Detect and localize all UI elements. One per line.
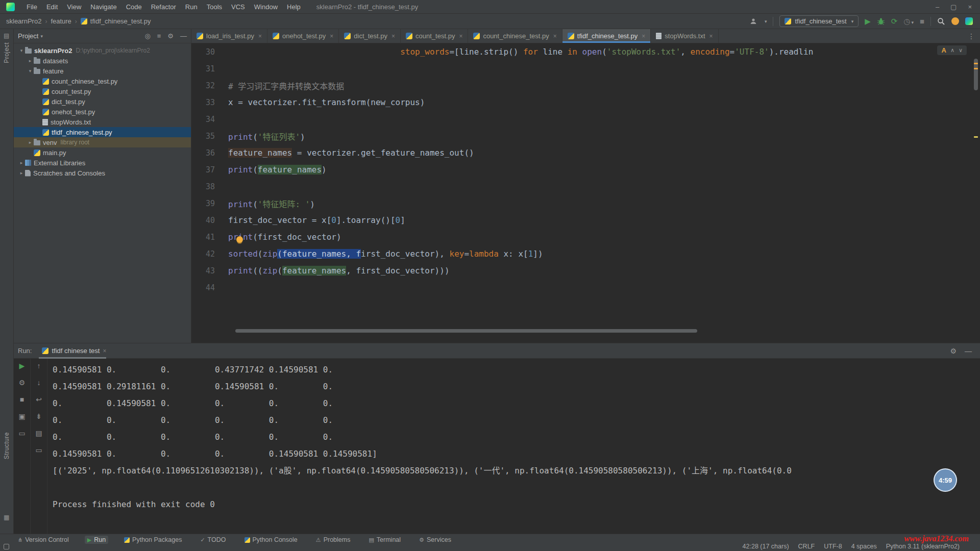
chevron-icon[interactable]: ▸ [18, 160, 25, 165]
caret-position[interactable]: 42:28 (17 chars) [743, 543, 789, 550]
menu-edit[interactable]: Edit [42, 3, 62, 11]
tree-item-tfidf-chinese-test-py[interactable]: tfidf_chinese_test.py [14, 127, 191, 137]
settings-gear-icon[interactable]: ⚙ [167, 32, 174, 40]
tree-item-stopwords-txt[interactable]: stopWords.txt [14, 117, 191, 127]
editor-tab-dict-test-py[interactable]: dict_test.py× [339, 29, 401, 43]
project-panel-title[interactable]: Project [18, 32, 38, 40]
run-tab[interactable]: tfidf chinese test × [37, 343, 111, 359]
profiler-button[interactable]: ◷▾ [903, 17, 914, 25]
close-icon[interactable]: × [553, 33, 557, 40]
tool-window-button-python-packages[interactable]: Python Packages [121, 536, 184, 544]
tool-window-button-services[interactable]: ⚙Services [416, 536, 454, 544]
minimize-button[interactable]: – [936, 3, 939, 11]
editor-tab-onehot-test-py[interactable]: onehot_test.py× [267, 29, 339, 43]
warning-mark[interactable] [974, 136, 978, 138]
menu-refactor[interactable]: Refactor [146, 3, 181, 11]
tree-item-count-chinese-test-py[interactable]: count_chinese_test.py [14, 76, 191, 86]
settings-wrench-icon[interactable]: ⚙ [19, 379, 26, 389]
menu-vcs[interactable]: VCS [227, 3, 250, 11]
menu-help[interactable]: Help [282, 3, 305, 11]
close-icon[interactable]: × [103, 347, 106, 355]
tree-item-venv[interactable]: ▸venvlibrary root [14, 137, 191, 147]
chevron-icon[interactable]: ▸ [27, 140, 34, 145]
menu-file[interactable]: File [22, 3, 42, 11]
code-with-me-icon[interactable] [749, 17, 757, 26]
tree-item-main-py[interactable]: main.py [14, 147, 191, 158]
menu-navigate[interactable]: Navigate [86, 3, 121, 11]
maximize-button[interactable]: ▢ [950, 3, 957, 11]
search-everywhere-icon[interactable] [937, 17, 945, 26]
stop-button[interactable]: ■ [920, 17, 924, 25]
run-configuration-select[interactable]: tfidf_chinese_test ▾ [779, 15, 859, 27]
chevron-icon[interactable]: ▾ [18, 48, 25, 53]
menu-tools[interactable]: Tools [202, 3, 227, 11]
tool-window-button-todo[interactable]: ✓TODO [198, 536, 228, 544]
menu-view[interactable]: View [62, 3, 86, 11]
menu-run[interactable]: Run [181, 3, 202, 11]
tool-window-button-python-console[interactable]: Python Console [242, 536, 300, 544]
vertical-scrollbar[interactable] [973, 59, 978, 342]
project-tool-icon[interactable]: ▤ [4, 32, 9, 39]
tree-item-dict-test-py[interactable]: dict_test.py [14, 96, 191, 107]
down-stacktrace-icon[interactable]: ↓ [37, 379, 41, 389]
tree-item-onehot-test-py[interactable]: onehot_test.py [14, 107, 191, 117]
stop-icon[interactable]: ■ [20, 395, 24, 406]
tool-window-button-run[interactable]: ▶Run [85, 536, 108, 544]
editor-tab-tfidf-chinese-test-py[interactable]: tfidf_chinese_test.py× [562, 29, 651, 43]
tree-item-feature[interactable]: ▾feature [14, 66, 191, 76]
hide-panel-icon[interactable]: — [965, 347, 972, 355]
breadcrumb-item-feature[interactable]: feature [51, 17, 71, 25]
tool-window-switcher-icon[interactable] [4, 544, 9, 549]
chevron-down-icon[interactable]: ▾ [765, 19, 767, 24]
editor-tab-stopwords-txt[interactable]: stopWords.txt× [651, 29, 718, 43]
run-with-coverage-button[interactable]: ⟳ [891, 17, 898, 25]
breadcrumb-item-sklearnpro2[interactable]: sklearnPro2 [6, 17, 41, 25]
tool-window-button-terminal[interactable]: ▤Terminal [366, 536, 403, 544]
breadcrumb-item-tfidf-chinese-test-py[interactable]: tfidf_chinese_test.py [90, 17, 151, 25]
debug-button[interactable] [877, 17, 885, 26]
rerun-icon[interactable]: ▶ [19, 362, 25, 372]
warning-mark[interactable] [974, 63, 978, 64]
menu-window[interactable]: Window [250, 3, 282, 11]
chevron-icon[interactable]: ▸ [27, 58, 34, 63]
prev-problem-icon[interactable]: ∧ [950, 47, 954, 54]
close-icon[interactable]: × [459, 33, 462, 40]
up-stacktrace-icon[interactable]: ↑ [37, 362, 41, 372]
run-button[interactable]: ▶ [865, 17, 871, 25]
tab-options-icon[interactable]: ⋮ [968, 29, 980, 43]
hide-panel-icon[interactable]: — [180, 32, 187, 40]
collapse-all-icon[interactable]: ≡ [157, 32, 161, 40]
close-icon[interactable]: × [391, 33, 395, 40]
notifications-icon[interactable] [951, 17, 959, 25]
close-icon[interactable]: × [642, 33, 645, 40]
close-icon[interactable]: × [709, 33, 713, 40]
chevron-down-icon[interactable]: ▾ [40, 34, 43, 39]
stripe-tab-project[interactable]: Project [3, 42, 10, 63]
ide-features-icon[interactable] [965, 17, 973, 25]
indent-style[interactable]: 4 spaces [851, 543, 877, 550]
editor-tab-count-chinese-test-py[interactable]: count_chinese_test.py× [468, 29, 562, 43]
tree-item-count-test-py[interactable]: count_test.py [14, 86, 191, 96]
bookmarks-tool-icon[interactable]: ▦ [4, 514, 9, 521]
horizontal-scrollbar[interactable] [235, 329, 697, 333]
file-encoding[interactable]: UTF-8 [824, 543, 842, 550]
clear-icon[interactable]: ▭ [18, 429, 25, 439]
line-separator[interactable]: CRLF [798, 543, 815, 550]
tree-item-external-libraries[interactable]: ▸External Libraries [14, 158, 191, 168]
select-opened-file-icon[interactable]: ◎ [144, 32, 150, 40]
soft-wrap-icon[interactable]: ↩ [36, 395, 42, 406]
tool-window-button-version-control[interactable]: ⋔Version Control [15, 536, 71, 544]
editor-tab-load-iris-test-py[interactable]: load_iris_test.py× [191, 29, 267, 43]
warning-mark[interactable] [974, 68, 978, 69]
code-editor[interactable]: 30 stop_words=[line.strip() for line in … [191, 43, 980, 343]
stripe-tab-structure[interactable]: Structure [3, 432, 10, 459]
settings-gear-icon[interactable]: ⚙ [950, 347, 957, 355]
tool-window-button-problems[interactable]: ⚠Problems [313, 536, 353, 544]
console-output[interactable]: 0.14590581 0. 0. 0.43771742 0.14590581 0… [47, 359, 980, 534]
tree-item-scratches-and-consoles[interactable]: ▸Scratches and Consoles [14, 168, 191, 178]
inspections-widget[interactable]: A ∧ ∨ [937, 45, 967, 55]
clear-all-icon[interactable]: ▭ [35, 446, 42, 456]
close-icon[interactable]: × [330, 33, 333, 40]
chevron-icon[interactable]: ▸ [18, 170, 25, 176]
restore-layout-icon[interactable]: ▣ [18, 412, 25, 422]
